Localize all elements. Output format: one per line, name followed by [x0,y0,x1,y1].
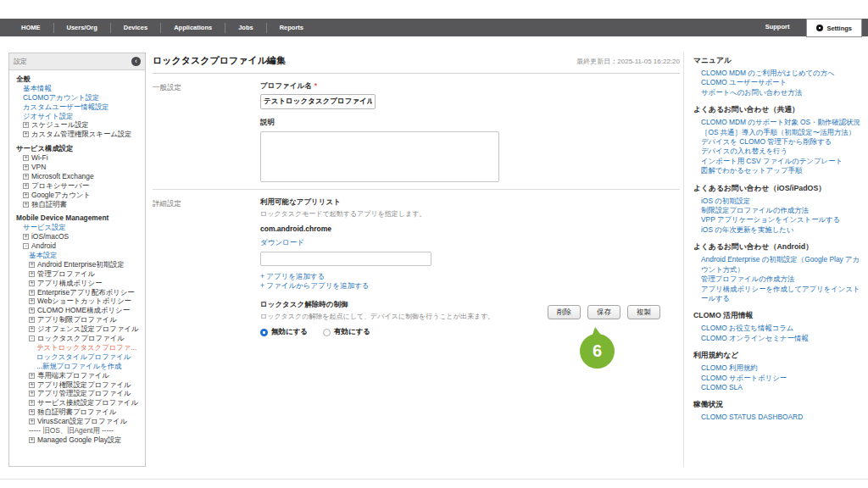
sidebar-item[interactable]: サービス設定 [16,223,142,232]
sidebar-item[interactable]: 基本設定 [16,251,142,260]
sidebar-item[interactable]: +独自証明書プロファイル [16,408,142,417]
nav-item-home[interactable]: HOME [8,23,53,33]
collapse-minus-icon[interactable]: - [29,336,35,341]
expand-plus-icon[interactable]: + [29,280,35,286]
sidebar-item[interactable]: +VPN [16,163,142,172]
expand-plus-icon[interactable]: + [23,155,29,161]
help-link[interactable]: CLOMO サポートポリシー [693,374,861,383]
sidebar-item[interactable]: +カスタム管理権限スキーム設定 [16,130,142,139]
radio-disable-selected[interactable]: 無効にする [260,327,308,337]
sidebar-item[interactable]: +Microsoft Exchange [16,172,142,181]
sidebar-item[interactable]: +専用端末プロファイル [16,371,142,380]
nav-item-users-org[interactable]: Users/Org [53,23,110,33]
sidebar-item[interactable]: +アプリ構成ポリシー [16,279,142,288]
sidebar-item[interactable]: -Android [16,241,142,251]
expand-plus-icon[interactable]: + [29,419,35,424]
add-app-link[interactable]: + アプリを追加する [260,272,680,281]
expand-plus-icon[interactable]: + [29,373,35,379]
add-app-from-file-link[interactable]: + ファイルからアプリを追加する [260,281,680,291]
expand-plus-icon[interactable]: + [29,437,35,443]
help-link[interactable]: CLOMO お役立ち情報コラム [693,324,861,333]
help-link[interactable]: CLOMO オンラインセミナー情報 [693,334,861,343]
sidebar-item[interactable]: 基本情報 [16,84,142,93]
sidebar-item[interactable]: +Enterpriseアプリ配布ポリシー [16,288,142,297]
expand-plus-icon[interactable]: + [29,298,35,304]
expand-plus-icon[interactable]: + [29,290,35,296]
collapse-minus-icon[interactable]: - [23,243,29,249]
sidebar-item-selected[interactable]: テストロックタスクプロファ... [16,343,142,352]
sidebar-item[interactable]: ...新規プロファイルを作成 [16,362,142,371]
help-link[interactable]: インポート用 CSV ファイルのテンプレート [693,157,861,166]
nav-item-reports[interactable]: Reports [266,23,316,33]
description-textarea[interactable] [260,131,499,182]
support-link[interactable]: Support [765,19,807,30]
expand-plus-icon[interactable]: + [23,183,29,189]
sidebar-item[interactable]: +VirusScan設定プロファイル [16,417,142,426]
sidebar-item[interactable]: +スケジュール設定 [16,120,142,130]
expand-plus-icon[interactable]: + [29,409,35,415]
help-link[interactable]: アプリ構成ポリシーを作成してアプリをインストールする [693,285,861,304]
new-app-input[interactable] [260,252,431,266]
duplicate-button[interactable]: 複製 [627,305,660,319]
expand-plus-icon[interactable]: + [23,131,29,137]
expand-plus-icon[interactable]: + [23,122,29,128]
sidebar-item[interactable]: +CLOMO HOME構成ポリシー [16,306,142,315]
expand-plus-icon[interactable]: + [29,391,35,396]
sidebar-item[interactable]: +Googleアカウント [16,191,142,200]
sidebar-item[interactable]: CLOMOアカウント設定 [16,93,142,103]
sidebar-item[interactable]: +iOS/macOS [16,232,142,241]
save-button[interactable]: 保存 [587,305,620,319]
help-link[interactable]: iOS の年次更新を実施したい [693,225,861,235]
help-link[interactable]: CLOMO STATUS DASHBOARD [693,413,861,422]
help-link[interactable]: iOS の初期設定 [693,197,861,206]
expand-plus-icon[interactable]: + [29,317,35,323]
sidebar-item[interactable]: +独自証明書 [16,200,142,209]
help-link[interactable]: 制限設定プロファイルの作成方法 [693,206,861,215]
sidebar-item[interactable]: カスタムユーザー情報設定 [16,103,142,112]
delete-button[interactable]: 削除 [548,305,581,319]
sidebar-item[interactable]: +Android Enterprise初期設定 [16,260,142,269]
tab-settings[interactable]: Settings [806,19,862,37]
nav-item-devices[interactable]: Devices [110,23,160,33]
nav-item-applications[interactable]: Applications [160,23,225,33]
help-link[interactable]: デバイスの入れ替えを行う [693,147,861,156]
help-link[interactable]: CLOMO ユーザーサポート [693,78,861,87]
sidebar-item[interactable]: -ロックタスクプロファイル [16,334,142,343]
sidebar-item[interactable]: +Webショートカットポリシー [16,297,142,306]
expand-plus-icon[interactable]: + [29,400,35,406]
expand-plus-icon[interactable]: + [29,382,35,388]
download-link[interactable]: ダウンロード [260,238,304,248]
sidebar-item[interactable]: +Wi-Fi [16,153,142,163]
expand-plus-icon[interactable]: + [23,174,29,180]
help-link[interactable]: CLOMO SLA [693,383,861,392]
sidebar-item[interactable]: ロックスタイルプロファイル [16,352,142,362]
help-link[interactable]: 図解でわかるセットアップ手順 [693,166,861,175]
radio-enable[interactable]: 有効にする [323,327,370,337]
help-link[interactable]: サポートへのお問い合わせ方法 [693,88,861,97]
sidebar-item[interactable]: ジオサイト設定 [16,112,142,121]
expand-plus-icon[interactable]: + [23,164,29,170]
help-link[interactable]: VPP アプリケーションをインストールする [693,215,861,225]
help-link[interactable]: ［OS 共通］導入の手順（初期設定〜活用方法） [693,128,861,137]
radio-selected-icon[interactable] [260,329,268,336]
sidebar-item[interactable]: +ジオフェンス設定プロファイル [16,324,142,334]
sidebar-item[interactable]: +アプリ権限設定プロファイル [16,380,142,390]
expand-plus-icon[interactable]: + [29,262,35,268]
expand-plus-icon[interactable]: + [23,234,29,240]
sidebar-item[interactable]: +アプリ管理設定プロファイル [16,389,142,398]
help-link[interactable]: 管理プロファイルの作成方法 [693,274,861,284]
sidebar-item[interactable]: +サービス接続設定プロファイル [16,398,142,408]
sidebar-collapse-icon[interactable]: ‹ [131,57,141,66]
help-link[interactable]: CLOMO MDM のサポート対象 OS・動作確認状況 [693,118,861,127]
help-link[interactable]: デバイスを CLOMO 管理下から削除する [693,137,861,147]
sidebar-item[interactable]: +プロキシサーバー [16,181,142,191]
sidebar-item[interactable]: +Managed Google Play設定 [16,435,142,445]
expand-plus-icon[interactable]: + [29,326,35,332]
help-link[interactable]: CLOMO MDM のご利用がはじめての方へ [693,69,861,78]
expand-plus-icon[interactable]: + [23,202,29,208]
radio-unselected-icon[interactable] [323,329,331,336]
help-link[interactable]: Android Enterprise の初期設定（Google Play アカウ… [693,255,861,274]
sidebar-item[interactable]: +管理プロファイル [16,269,142,279]
expand-plus-icon[interactable]: + [29,308,35,313]
expand-plus-icon[interactable]: + [23,192,29,198]
